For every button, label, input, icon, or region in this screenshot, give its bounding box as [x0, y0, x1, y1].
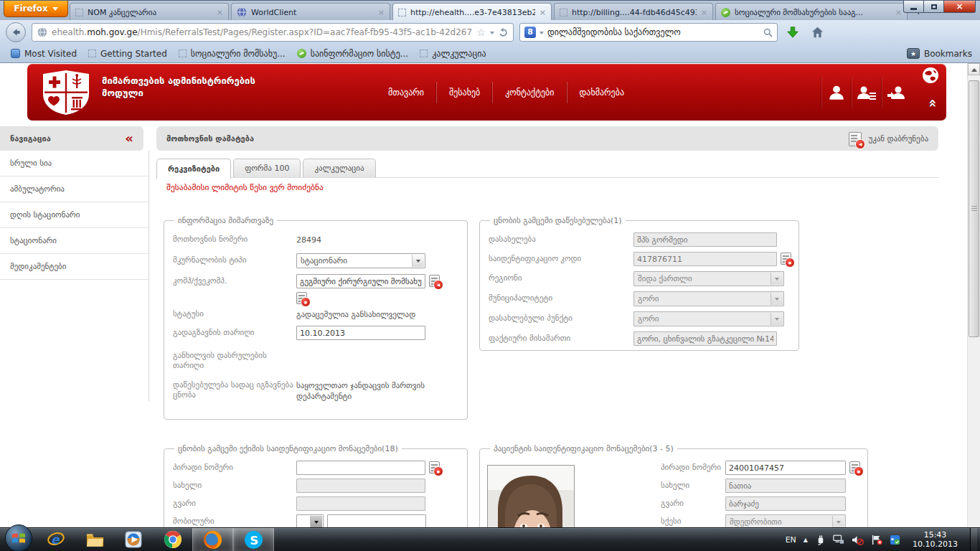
- select-arrow-icon[interactable]: [310, 516, 322, 527]
- taskbar-ie-button[interactable]: e: [37, 528, 75, 551]
- bookmark-label: კალკულაცია: [432, 49, 486, 59]
- tab-requisites[interactable]: რეკვიზიტები: [156, 159, 231, 179]
- browser-titlebar: Firefox NOM კანცელარია × WorldClient ×: [0, 0, 980, 20]
- scrollbar-up-button[interactable]: [968, 63, 980, 75]
- network-icon[interactable]: [833, 534, 844, 545]
- language-globe-icon[interactable]: [922, 67, 939, 84]
- scrollbar-thumb[interactable]: [969, 80, 979, 337]
- mobile-prefix-select[interactable]: [296, 514, 324, 527]
- app-title-line1: მიმართვების ადმინისტრირების: [102, 75, 255, 87]
- tab-close-icon[interactable]: ×: [540, 8, 546, 17]
- taskbar-wmp-button[interactable]: [115, 528, 154, 551]
- site-identity-icon[interactable]: [37, 27, 47, 37]
- bookmark-most-visited[interactable]: Most Visited: [5, 46, 83, 62]
- sidebar-collapse-icon[interactable]: «: [125, 133, 133, 143]
- tab-close-icon[interactable]: ×: [378, 8, 385, 17]
- scroll-to-top-icon[interactable]: «: [925, 99, 941, 108]
- restore-button[interactable]: [924, 1, 943, 13]
- leaf-favicon-icon: [297, 49, 306, 58]
- tab-form-100[interactable]: ფორმა 100: [233, 159, 301, 177]
- search-engine-dropdown-icon[interactable]: [540, 32, 544, 37]
- org-id-label: საიდენტიფიკაციო კოდი: [489, 252, 633, 266]
- tab-close-icon[interactable]: ×: [217, 8, 223, 17]
- back-button[interactable]: [6, 22, 26, 42]
- url-dropdown-icon[interactable]: [490, 32, 494, 37]
- nav-item-help[interactable]: დახმარება: [567, 82, 637, 103]
- doctor-personal-id-input[interactable]: [296, 461, 425, 475]
- media-player-icon: [125, 530, 143, 549]
- org-id-action-icon[interactable]: [781, 253, 791, 265]
- back-document-icon: [849, 132, 862, 146]
- component-label: კომპ/ქვეკომპ.: [173, 274, 296, 288]
- nav-item-contacts[interactable]: კონტაქტები: [492, 82, 566, 103]
- sidebar-item-hospital[interactable]: სტაციონარი: [0, 228, 149, 254]
- tab-close-icon[interactable]: ×: [701, 8, 707, 17]
- tab-nom-chancellery[interactable]: NOM კანცელარია ×: [70, 3, 229, 21]
- page-scrollbar[interactable]: [967, 63, 980, 527]
- bookmark-info-system[interactable]: საინფორმაციო სისტე...: [291, 46, 415, 62]
- search-input[interactable]: დილამშვიდობისა საქართველო: [547, 27, 760, 37]
- dropbox-icon[interactable]: [890, 534, 900, 545]
- sidebar-item-day-hospital[interactable]: დღის სტაციონარი: [0, 202, 149, 228]
- bookmark-getting-started[interactable]: Getting Started: [83, 46, 173, 62]
- nav-item-home[interactable]: მთავარი: [376, 82, 436, 103]
- tab-ehealth-active[interactable]: http://ehealth....e3-7e43813eb2e6 ×: [392, 3, 552, 21]
- go-back-button[interactable]: უკან დაბრუნება: [849, 131, 928, 146]
- patient-id-action-icon[interactable]: [849, 461, 860, 474]
- bookmark-social-service[interactable]: სოციალური მომსახუ...: [173, 46, 291, 62]
- sidebar-item-full-list[interactable]: სრული სია: [0, 151, 149, 176]
- tab-calculation[interactable]: კალკულაცია: [303, 159, 375, 177]
- search-bar[interactable]: 8 დილამშვიდობისა საქართველო: [519, 23, 778, 42]
- window-controls: ×: [903, 1, 976, 13]
- sidebar-item-ambulatory[interactable]: ამბულატორია: [0, 176, 149, 202]
- patient-personal-id-input[interactable]: [725, 461, 846, 475]
- bookmark-star-icon[interactable]: ☆: [476, 27, 486, 38]
- user-profile-button[interactable]: [821, 77, 851, 108]
- close-button[interactable]: ×: [943, 1, 976, 13]
- url-bar[interactable]: ehealth.moh.gov.ge/Hmis/ReferralsTest/Pa…: [32, 23, 514, 42]
- component-lookup-icon[interactable]: [429, 275, 440, 287]
- firefox-icon: [203, 530, 222, 550]
- search-engine-icon[interactable]: 8: [524, 27, 536, 38]
- tab-close-icon[interactable]: ×: [895, 8, 902, 17]
- select-arrow-icon[interactable]: [412, 255, 424, 267]
- doctor-mobile-input[interactable]: [327, 514, 426, 527]
- nav-item-about[interactable]: შესახებ: [436, 82, 492, 103]
- user-logout-button[interactable]: [881, 77, 911, 108]
- taskbar-skype-button[interactable]: S: [233, 528, 274, 551]
- bookmarks-toolbar: Most Visited Getting Started სოციალური მ…: [0, 44, 980, 63]
- treatment-type-select[interactable]: სტაციონარი: [296, 253, 425, 268]
- tab-billing[interactable]: http://billing....44-fdb46d45c493 ×: [554, 3, 713, 21]
- component-input[interactable]: [296, 274, 425, 288]
- bookmarks-menu-button[interactable]: ★ Bookmarks: [907, 48, 975, 59]
- minimize-button[interactable]: [903, 1, 924, 13]
- start-button[interactable]: [5, 524, 32, 551]
- taskbar-firefox-button[interactable]: [192, 528, 233, 551]
- volume-muted-icon[interactable]: [852, 534, 864, 545]
- doctor-last-name-label: გვარი: [173, 496, 296, 511]
- go-back-label: უკან დაბრუნება: [868, 134, 928, 143]
- user-list-button[interactable]: [851, 77, 881, 108]
- sidebar-item-medicaments[interactable]: მედიკამენტები: [0, 254, 149, 280]
- taskbar-chrome-button[interactable]: [154, 528, 192, 551]
- bookmark-calculation[interactable]: კალკულაცია: [414, 46, 491, 62]
- tab-social-service[interactable]: სოციალური მომსახურების სააგ... ×: [715, 3, 908, 21]
- reload-icon[interactable]: [499, 28, 508, 37]
- downloads-button[interactable]: [783, 23, 802, 42]
- home-button[interactable]: [808, 23, 826, 42]
- action-center-flag-icon[interactable]: [871, 534, 882, 545]
- taskbar-explorer-button[interactable]: [75, 528, 115, 551]
- tab-worldclient[interactable]: WorldClient ×: [231, 3, 390, 21]
- search-icon[interactable]: [763, 28, 773, 37]
- power-plug-icon[interactable]: [815, 534, 826, 545]
- tray-expand-icon[interactable]: ▲: [804, 537, 808, 543]
- firefox-menu-button[interactable]: Firefox: [4, 1, 68, 17]
- url-text[interactable]: ehealth.moh.gov.ge/Hmis/ReferralsTest/Pa…: [52, 27, 472, 37]
- doctor-id-action-icon[interactable]: [429, 461, 440, 474]
- show-desktop-button[interactable]: [970, 528, 977, 551]
- back-arrow-icon: [10, 27, 22, 38]
- taskbar-clock[interactable]: 15:43 10.10.2013: [908, 530, 963, 549]
- language-indicator[interactable]: EN: [786, 535, 796, 545]
- component-clear-icon[interactable]: [296, 292, 307, 304]
- sent-date-input[interactable]: [296, 326, 425, 340]
